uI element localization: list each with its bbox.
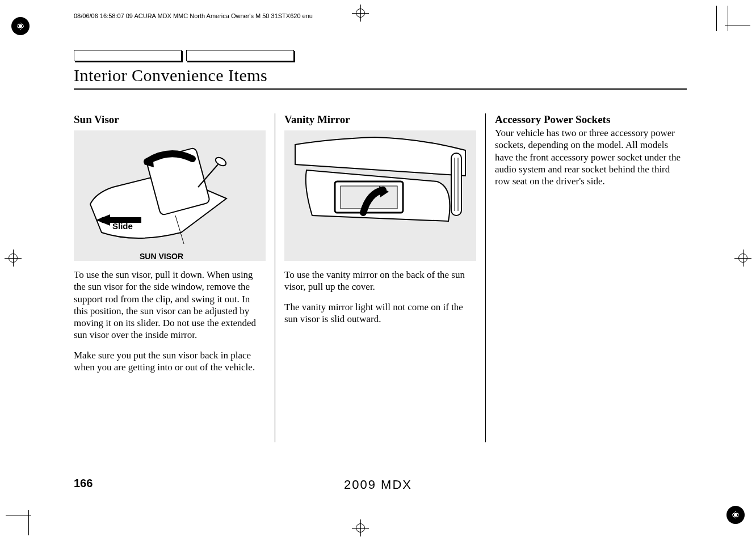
page-content: Interior Convenience Items Sun Visor Sli…: [74, 50, 687, 442]
column-sun-visor: Sun Visor Slide SUN VISOR To use the sun…: [74, 113, 275, 442]
body-paragraph: Make sure you put the sun visor back in …: [74, 349, 266, 374]
body-paragraph: To use the vanity mirror on the back of …: [284, 269, 476, 293]
header-metadata: 08/06/06 16:58:07 09 ACURA MDX MMC North…: [74, 12, 313, 19]
body-paragraph: The vanity mirror light will not come on…: [284, 301, 476, 326]
vanity-mirror-illustration: [284, 130, 476, 261]
registration-mark-icon: [726, 506, 745, 524]
tab-placeholder: [186, 50, 294, 61]
column-heading: Vanity Mirror: [284, 113, 476, 126]
page-title: Interior Convenience Items: [74, 64, 687, 90]
crop-mark-icon: [6, 501, 51, 535]
crop-mark-icon: [352, 519, 369, 536]
footer-model: 2009 MDX: [0, 477, 756, 492]
illustration-label: SUN VISOR: [140, 252, 183, 261]
crop-mark-icon: [734, 250, 751, 267]
svg-rect-10: [451, 153, 461, 215]
sun-visor-illustration: Slide SUN VISOR: [74, 130, 266, 261]
registration-mark-icon: [11, 17, 30, 35]
crop-mark-icon: [352, 5, 369, 22]
crop-mark-icon: [5, 250, 22, 267]
column-vanity-mirror: Vanity Mirror To use the vanity mirror o…: [275, 113, 485, 442]
column-accessory-sockets: Accessory Power Sockets Your vehicle has…: [486, 113, 687, 442]
column-heading: Sun Visor: [74, 113, 266, 126]
tab-placeholder: [74, 50, 182, 61]
body-paragraph: To use the sun visor, pull it down. When…: [74, 269, 266, 341]
crop-mark-icon: [705, 6, 750, 40]
content-columns: Sun Visor Slide SUN VISOR To use the sun…: [74, 113, 687, 442]
body-paragraph: Your vehicle has two or three accessory …: [495, 127, 687, 187]
tab-placeholders: [74, 50, 687, 61]
illustration-label: Slide: [112, 221, 133, 231]
column-heading: Accessory Power Sockets: [495, 113, 610, 125]
